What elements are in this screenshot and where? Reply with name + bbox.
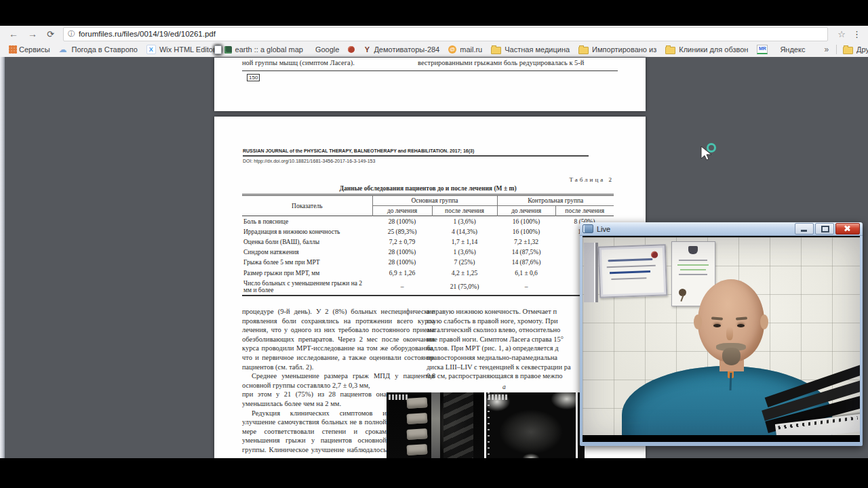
browser-chrome: ← → ⟳ ⓘ forumfiles.ru/files/0014/19/ed/1…: [0, 26, 868, 58]
table-title: Данные обследования пациентов до и после…: [242, 185, 614, 192]
col-after-2: после лечения: [555, 206, 614, 216]
mailru-icon: [448, 45, 456, 54]
close-button[interactable]: [835, 223, 860, 235]
earth-icon: [224, 46, 232, 54]
bookmark-label: Google: [315, 45, 339, 54]
maximize-button[interactable]: [815, 223, 834, 235]
bookmarks-overflow-icon[interactable]: »: [824, 45, 829, 54]
minimize-button[interactable]: [795, 223, 814, 235]
bookmark-item[interactable]: Яндекс: [776, 45, 805, 54]
text-line: ние правой ноги. Симптом Ласега справа 1…: [427, 335, 589, 344]
col-group-control: Контрольная группа: [497, 195, 614, 206]
bookmark-label: Клиники для обзвон: [679, 45, 748, 54]
pdf-page-150: ной группы мышц (симптом Ласега). вестри…: [214, 58, 646, 111]
row-value: 6,9 ± 1,26: [372, 268, 432, 278]
bookmark-item[interactable]: Демотиваторы-284: [363, 45, 439, 54]
bookmarks-separator: [836, 45, 837, 54]
row-value: 16 (100%): [497, 216, 555, 227]
text-line: 0,8 см, распространяющаяся в правое межп…: [427, 371, 589, 381]
bookmark-item[interactable]: [348, 46, 355, 53]
text-line: анталгический сколиоз влево, относительн…: [427, 325, 589, 335]
cloud-icon: [59, 45, 68, 54]
journal-header: RUSSIAN JOURNAL of the PHYSICAL THERAPY,…: [243, 148, 614, 153]
bookmark-item[interactable]: Частная медицина: [491, 45, 570, 54]
mr-icon: [757, 45, 768, 54]
table-label: Таблица 2: [242, 176, 614, 183]
back-icon[interactable]: ←: [9, 29, 18, 39]
col-before-1: до лечения: [372, 206, 432, 216]
window-controls: [795, 223, 860, 235]
row-value: 14 (87,6%): [497, 258, 555, 268]
row-value: 7 (25%): [432, 258, 497, 268]
row-value: 28 (100%): [372, 247, 432, 258]
row-param: Иррадиация в нижнюю конечность: [242, 226, 372, 237]
apps-grid-icon: [9, 48, 12, 51]
row-value: 21 (75,0%): [432, 278, 497, 296]
top-black-bar: [0, 0, 868, 26]
col-before-2: до лечения: [497, 206, 555, 216]
mri-sagittal-panel: [387, 392, 484, 458]
bookmark-item[interactable]: Google: [312, 45, 339, 54]
row-param: Боль в пояснице: [242, 216, 372, 227]
bookmark-label: Погода в Ставропо: [72, 45, 138, 54]
row-value: 16 (100%): [497, 226, 555, 237]
row-value: 4,2 ± 1,25: [432, 268, 497, 278]
wine-icon: [363, 45, 370, 54]
other-bookmarks-button[interactable]: Другие закладки: [843, 45, 868, 54]
page1-right-fragment: вестрированными грыжами боль редуцировал…: [418, 59, 618, 66]
bookmark-label: Яндекс: [780, 45, 805, 54]
browser-menu-icon[interactable]: ⋮: [852, 29, 861, 39]
bookmark-star-icon[interactable]: ☆: [837, 29, 846, 39]
bookmark-label: Демотиваторы-284: [374, 45, 439, 54]
other-bookmarks-label: Другие закладки: [856, 45, 868, 54]
bookmark-item[interactable]: earth :: a global map: [224, 45, 303, 54]
bookmark-item[interactable]: [757, 45, 768, 54]
row-param: Синдром натяжения: [242, 247, 372, 258]
table-row: Грыжа более 5 мм при МРТ28 (100%)7 (25%)…: [242, 258, 614, 268]
bookmark-item[interactable]: Сервисы: [7, 45, 50, 54]
red-dot-icon: [348, 46, 355, 53]
paragraph: процедуре (9-й день). У 2 (8%) больных н…: [242, 307, 435, 371]
row-param: Число больных с уменьшением грыжи на 2 м…: [242, 278, 372, 296]
col-group-main: Основная группа: [372, 195, 497, 206]
paragraph: Среднее уменьшение размера грыж МПД у па…: [242, 371, 435, 390]
webcam-titlebar[interactable]: Live: [580, 222, 863, 236]
bookmarks-right: » Другие закладки: [823, 45, 868, 54]
bookmark-label: Сервисы: [19, 45, 50, 54]
bookmark-label: Импортировано из: [592, 45, 656, 54]
mri-ruler: [488, 392, 490, 458]
row-param: Грыжа более 5 мм при МРТ: [242, 258, 372, 268]
vignette: [583, 237, 860, 442]
info-icon[interactable]: ⓘ: [68, 29, 75, 39]
mouse-cursor: [698, 142, 719, 161]
bookmarks-bar: СервисыПогода в СтавропоWix HTML Editore…: [0, 42, 868, 57]
left-window-edge: [0, 57, 5, 458]
forward-icon[interactable]: →: [28, 29, 37, 39]
table-row: Оценка боли (ВАШ), баллы7,2 ± 0,791,7 ± …: [242, 237, 614, 247]
mri-axial-panel: [486, 392, 576, 458]
mri-annotation: [488, 394, 507, 400]
row-value: 6,1 ± 0,6: [497, 268, 555, 278]
bookmark-item[interactable]: mail.ru: [448, 45, 482, 54]
screen: ← → ⟳ ⓘ forumfiles.ru/files/0014/19/ed/1…: [0, 0, 868, 488]
bookmark-item[interactable]: Wix HTML Editor: [146, 45, 216, 54]
text-line: правосторонняя медиально-парамедиальна: [427, 353, 589, 363]
webcam-title: Live: [597, 225, 610, 233]
table-row: Иррадиация в нижнюю конечность25 (89,3%)…: [242, 226, 614, 237]
webcam-video: [583, 236, 860, 442]
url-text: forumfiles.ru/files/0014/19/ed/10261.pdf: [79, 30, 216, 38]
row-value: 1 (3,6%): [432, 247, 497, 258]
row-value: 4 (14,3%): [432, 226, 497, 237]
row-value: –: [372, 278, 432, 296]
spinal-canal: [431, 392, 440, 458]
right-text-column: в правую нижнюю конечность. Отмечает пск…: [427, 307, 589, 381]
reload-icon[interactable]: ⟳: [47, 30, 54, 39]
row-value: –: [497, 278, 555, 296]
bookmark-item[interactable]: Погода в Ставропо: [59, 45, 138, 54]
bookmark-item[interactable]: Импортировано из: [578, 45, 656, 54]
data-table: Показатель Основная группа Контрольная г…: [242, 194, 614, 296]
page1-rule: [242, 70, 618, 71]
bookmark-item[interactable]: Клиники для обзвон: [665, 45, 748, 54]
page1-number: 150: [247, 74, 260, 81]
url-input[interactable]: ⓘ forumfiles.ru/files/0014/19/ed/10261.p…: [63, 27, 828, 41]
